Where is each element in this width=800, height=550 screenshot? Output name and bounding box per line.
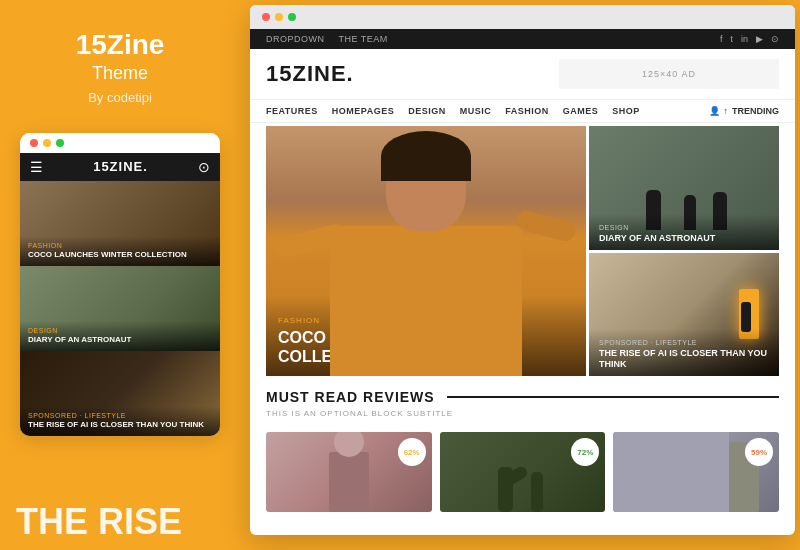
must-read-divider <box>447 396 779 398</box>
hero-side-1-category: DESIGN <box>599 224 769 231</box>
phone-card-3-category: SPONSORED · LIFESTYLE <box>28 412 212 419</box>
search-icon[interactable]: ⊙ <box>771 34 779 44</box>
facebook-icon[interactable]: f <box>720 34 723 44</box>
phone-mockup: ☰ 15ZINE. ⊙ FASHION COCO LAUNCHES WINTER… <box>20 133 220 436</box>
site-logo: 15ZINE. <box>266 61 354 87</box>
browser-dot-yellow <box>275 13 283 21</box>
hero-side-card-1[interactable]: DESIGN DIARY OF AN ASTRONAUT <box>589 126 779 250</box>
top-bar-nav: DROPDOWN THE TEAM <box>266 34 388 44</box>
phone-card-2-title: DIARY OF AN ASTRONAUT <box>28 335 212 345</box>
must-read-subtitle: THIS IS AN OPTIONAL BLOCK SUBTITLE <box>266 409 779 418</box>
main-nav: FEATURES HOMEPAGES DESIGN MUSIC FASHION … <box>250 100 795 123</box>
browser-chrome <box>250 5 795 29</box>
article-card-3[interactable]: 59% <box>613 432 779 512</box>
hero-side-1-title: DIARY OF AN ASTRONAUT <box>599 233 769 244</box>
hero-side: DESIGN DIARY OF AN ASTRONAUT SPONSORED ·… <box>589 126 779 376</box>
hero-side-card-2[interactable]: SPONSORED · LIFESTYLE THE RISE OF AI IS … <box>589 253 779 377</box>
phone-dot-red <box>30 139 38 147</box>
articles-row: 62% 72% 59% <box>250 432 795 512</box>
article-card-1[interactable]: 62% <box>266 432 432 512</box>
phone-dot-yellow <box>43 139 51 147</box>
phone-search-icon: ⊙ <box>198 159 210 175</box>
phone-card-1: FASHION COCO LAUNCHES WINTER COLLECTION <box>20 181 220 266</box>
top-bar: DROPDOWN THE TEAM f t in ▶ ⊙ <box>250 29 795 49</box>
phone-chrome <box>20 133 220 153</box>
main-nav-links: FEATURES HOMEPAGES DESIGN MUSIC FASHION … <box>266 106 640 116</box>
youtube-icon[interactable]: ▶ <box>756 34 763 44</box>
must-read-header: MUST READ REVIEWS <box>266 389 779 405</box>
brand-title: 15Zine Theme By codetipi <box>76 30 165 105</box>
hero-section: FASHION COCO LAUNCHES WINTER COLLECTION … <box>250 123 795 379</box>
nav-fashion[interactable]: FASHION <box>505 106 549 116</box>
phone-card-3: SPONSORED · LIFESTYLE THE RISE OF AI IS … <box>20 351 220 436</box>
trending-button[interactable]: 👤 ↑ TRENDING <box>709 106 780 116</box>
score-badge-1: 62% <box>398 438 426 466</box>
hero-side-2-category: SPONSORED · LIFESTYLE <box>599 339 769 346</box>
article-card-2[interactable]: 72% <box>440 432 606 512</box>
must-read-section: MUST READ REVIEWS THIS IS AN OPTIONAL BL… <box>250 379 795 432</box>
left-panel: 15Zine Theme By codetipi ☰ 15ZINE. ⊙ FAS… <box>0 0 240 550</box>
nav-dropdown[interactable]: DROPDOWN <box>266 34 325 44</box>
twitter-icon[interactable]: t <box>730 34 733 44</box>
phone-card-1-title: COCO LAUNCHES WINTER COLLECTION <box>28 250 212 260</box>
trending-icon: ↑ <box>724 106 729 116</box>
hamburger-icon: ☰ <box>30 159 43 175</box>
phone-card-2-category: DESIGN <box>28 327 212 334</box>
site-header: DROPDOWN THE TEAM f t in ▶ ⊙ 15ZINE. 125… <box>250 29 795 123</box>
bottom-rise-text: ThE RISE <box>0 494 240 550</box>
phone-card-3-title: THE RISE OF AI IS CLOSER THAN YOU THINK <box>28 420 212 430</box>
logo-bar: 15ZINE. 125×40 AD <box>250 49 795 100</box>
phone-card-1-category: FASHION <box>28 242 212 249</box>
hero-side-2-title: THE RISE OF AI IS CLOSER THAN YOU THINK <box>599 348 769 370</box>
score-badge-3: 59% <box>745 438 773 466</box>
nav-homepages[interactable]: HOMEPAGES <box>332 106 394 116</box>
ad-banner: 125×40 AD <box>559 59 779 89</box>
browser-window: DROPDOWN THE TEAM f t in ▶ ⊙ 15ZINE. 125… <box>250 5 795 535</box>
must-read-title: MUST READ REVIEWS <box>266 389 435 405</box>
browser-dot-green <box>288 13 296 21</box>
hero-main-card[interactable]: FASHION COCO LAUNCHES WINTER COLLECTION <box>266 126 586 376</box>
browser-dot-red <box>262 13 270 21</box>
instagram-icon[interactable]: in <box>741 34 748 44</box>
nav-design[interactable]: DESIGN <box>408 106 446 116</box>
phone-dot-green <box>56 139 64 147</box>
nav-shop[interactable]: SHOP <box>612 106 640 116</box>
nav-team[interactable]: THE TEAM <box>339 34 388 44</box>
nav-games[interactable]: GAMES <box>563 106 599 116</box>
user-icon: 👤 <box>709 106 720 116</box>
phone-nav: ☰ 15ZINE. ⊙ <box>20 153 220 181</box>
phone-card-2: DESIGN DIARY OF AN ASTRONAUT <box>20 266 220 351</box>
nav-features[interactable]: FEATURES <box>266 106 318 116</box>
top-bar-social: f t in ▶ ⊙ <box>720 34 779 44</box>
nav-music[interactable]: MUSIC <box>460 106 492 116</box>
